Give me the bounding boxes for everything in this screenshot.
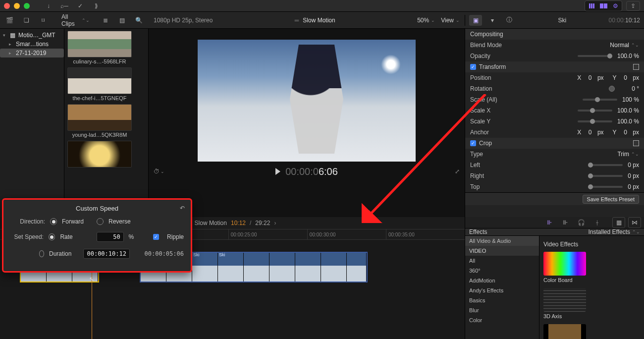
minimize-window-icon[interactable] bbox=[14, 3, 20, 9]
library-item[interactable]: ▸ 27-11-2019 bbox=[0, 49, 64, 57]
background-tasks-icon[interactable]: ✓ bbox=[74, 1, 86, 11]
radio-duration[interactable] bbox=[39, 250, 44, 257]
radio-reverse[interactable] bbox=[97, 218, 104, 225]
row-crop-top[interactable]: Top0 px bbox=[465, 181, 644, 192]
thumb-caption: the-chef-i…5TGNEQF bbox=[67, 95, 132, 101]
library-item-label: Motio…_GMT bbox=[18, 32, 55, 39]
transitions-icon[interactable]: ⋈ bbox=[628, 217, 641, 228]
list-icon[interactable]: ▤ bbox=[116, 15, 128, 26]
row-crop-left[interactable]: Left0 px bbox=[465, 160, 644, 170]
ruler-tick: 00:00:30:00 bbox=[307, 229, 386, 239]
close-window-icon[interactable] bbox=[4, 3, 10, 9]
reset-icon[interactable] bbox=[633, 140, 639, 146]
video-inspector-icon[interactable]: ▣ bbox=[469, 15, 482, 26]
effects-icon[interactable]: ▦ bbox=[612, 217, 625, 228]
share-icon[interactable]: ⇪ bbox=[626, 1, 640, 11]
duration-input[interactable]: 00:00:10:12 bbox=[83, 249, 129, 259]
zoom-window-icon[interactable] bbox=[24, 3, 30, 9]
row-crop-right[interactable]: Right0 px bbox=[465, 170, 644, 181]
library-item[interactable]: ▸ Smar…tions bbox=[0, 40, 64, 49]
view-dropdown[interactable]: View⌄ bbox=[441, 17, 460, 24]
solo-icon[interactable]: 🎧 bbox=[575, 217, 588, 228]
photos-icon[interactable]: ❏ bbox=[21, 15, 33, 26]
ruler-tick: 00:00:25:00 bbox=[228, 229, 307, 239]
thumb-caption: young-lad…5QK3R8M bbox=[67, 132, 132, 138]
viewer-timecode: 00:00:06:06 bbox=[285, 166, 338, 177]
effects-category[interactable]: All bbox=[465, 256, 539, 266]
clip-thumbnail[interactable]: young-lad…5QK3R8M bbox=[67, 104, 145, 138]
effects-categories: All Video & Audio VIDEO All 360° AddMoti… bbox=[465, 236, 539, 339]
row-crop-type[interactable]: TypeTrim⌃⌄ bbox=[465, 149, 644, 160]
clip-thumbnail[interactable]: culinary-s…-5968LFR bbox=[67, 31, 145, 64]
effects-category[interactable]: AddMotion bbox=[465, 276, 539, 285]
clip-thumbnail[interactable]: the-chef-i…5TGNEQF bbox=[67, 67, 145, 101]
save-effects-preset-button[interactable]: Save Effects Preset bbox=[583, 195, 639, 204]
clip-thumbnail[interactable] bbox=[67, 141, 145, 169]
transport-bar: ⏱⌄ 00:00:06:06 ⤢ bbox=[149, 162, 465, 181]
radio-rate[interactable] bbox=[49, 233, 55, 240]
library-item[interactable]: ▾ ▦ Motio…_GMT bbox=[0, 31, 64, 40]
popover-title: Custom Speed bbox=[10, 205, 184, 212]
effects-category[interactable]: 360° bbox=[465, 266, 539, 276]
settings-icon[interactable]: ═ bbox=[295, 17, 299, 24]
inspector-clip-name: Ski bbox=[520, 17, 605, 24]
effects-header-label: Effects bbox=[469, 228, 487, 235]
row-blend-mode[interactable]: Blend ModeNormal⌃⌄ bbox=[465, 40, 644, 51]
section-compositing: Compositing bbox=[465, 29, 644, 40]
retime-menu-icon[interactable]: ⏱⌄ bbox=[154, 168, 164, 175]
next-edit-icon[interactable]: › bbox=[274, 220, 276, 226]
undo-icon[interactable]: ↶ bbox=[180, 205, 185, 212]
zoom-dropdown[interactable]: 50%⌄ bbox=[417, 17, 435, 24]
clips-filter-label: All Clips bbox=[61, 13, 80, 27]
timeline-duration: 29:22 bbox=[255, 220, 270, 226]
import-icon[interactable]: ↓ bbox=[43, 1, 54, 11]
play-button-icon[interactable] bbox=[275, 168, 280, 175]
info-icon[interactable]: ⓘ bbox=[503, 15, 516, 26]
snapping-icon[interactable]: ⟊ bbox=[590, 217, 603, 228]
effect-item[interactable]: Color Board bbox=[543, 252, 588, 283]
effect-item[interactable]: 3D Axis bbox=[543, 288, 588, 319]
reset-icon[interactable] bbox=[633, 64, 639, 70]
keyword-icon[interactable]: ⌕─ bbox=[58, 1, 70, 11]
window-titlebar: ↓ ⌕─ ✓ ⟫ ⚙ ⇪ bbox=[0, 0, 644, 12]
effects-category[interactable]: Andy's Effects bbox=[465, 285, 539, 295]
row-scale-all[interactable]: Scale (All)100 % bbox=[465, 94, 644, 105]
titles-icon[interactable]: ⌑ bbox=[37, 15, 49, 26]
effects-category[interactable]: Color bbox=[465, 315, 539, 325]
row-anchor[interactable]: AnchorX 0 px Y 0 px bbox=[465, 127, 644, 138]
row-scale-y[interactable]: Scale Y100.0 % bbox=[465, 116, 644, 127]
checkbox-icon[interactable] bbox=[470, 140, 476, 146]
disclosure-triangle-icon[interactable]: ▾ bbox=[3, 33, 7, 38]
enhance-icon[interactable]: ⟫ bbox=[90, 1, 102, 11]
effect-name: 3D Axis bbox=[543, 313, 588, 319]
effects-category-header: VIDEO bbox=[465, 246, 539, 256]
effects-category[interactable]: All Video & Audio bbox=[465, 236, 539, 246]
filmstrip-icon[interactable]: ≣ bbox=[100, 15, 111, 26]
radio-forward[interactable] bbox=[50, 218, 57, 225]
row-rotation[interactable]: Rotation0 ° bbox=[465, 83, 644, 94]
direction-label: Direction: bbox=[10, 218, 45, 225]
cursor-icon[interactable]: ▾ bbox=[486, 15, 499, 26]
library-icon[interactable]: 🎬 bbox=[4, 15, 16, 26]
row-scale-x[interactable]: Scale X100.0 % bbox=[465, 105, 644, 116]
fullscreen-icon[interactable]: ⤢ bbox=[455, 168, 460, 175]
result-timecode: 00:00:05:06 bbox=[145, 250, 184, 257]
timeline-position: 10:12 bbox=[231, 220, 246, 226]
row-opacity[interactable]: Opacity100.0 % bbox=[465, 51, 644, 61]
search-icon[interactable]: 🔍 bbox=[133, 15, 145, 26]
effect-item[interactable]: 4x3 to 16x9 bbox=[543, 324, 588, 339]
row-position[interactable]: PositionX 0 px Y 0 px bbox=[465, 72, 644, 83]
workspace-switcher[interactable]: ⚙ bbox=[585, 0, 622, 11]
viewer-canvas[interactable] bbox=[198, 40, 416, 162]
rate-input[interactable]: 50 bbox=[97, 232, 123, 242]
skimming-icon[interactable]: ⊪ bbox=[543, 217, 556, 228]
disclosure-triangle-icon[interactable]: ▸ bbox=[9, 51, 13, 56]
ripple-checkbox[interactable] bbox=[153, 234, 159, 240]
effects-category[interactable]: Blur bbox=[465, 305, 539, 315]
disclosure-triangle-icon[interactable]: ▸ bbox=[9, 42, 13, 47]
clips-filter-dropdown[interactable]: All Clips ⌃⌄ bbox=[61, 13, 90, 27]
effects-category[interactable]: Basics bbox=[465, 295, 539, 305]
audio-skimming-icon[interactable]: ⊪ bbox=[559, 217, 572, 228]
installed-effects-dropdown[interactable]: Installed Effects⌃⌄ bbox=[589, 228, 641, 235]
checkbox-icon[interactable] bbox=[470, 64, 476, 70]
